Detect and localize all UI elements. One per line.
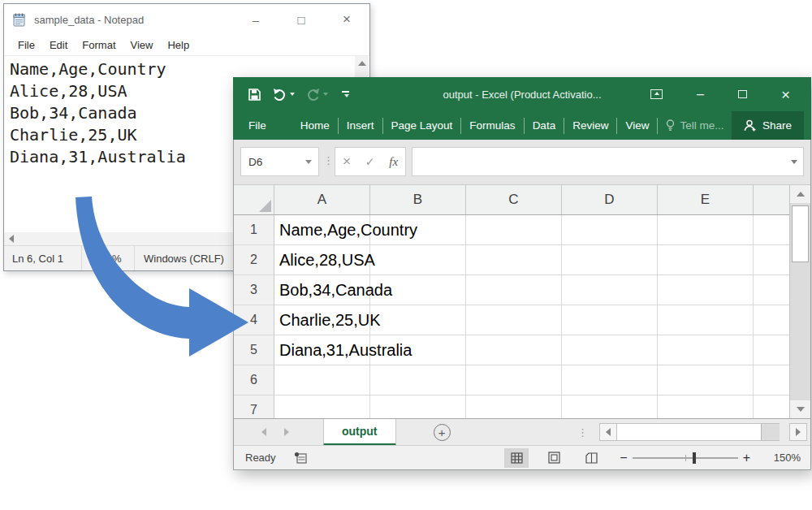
undo-dropdown-icon[interactable]: [290, 93, 295, 96]
horizontal-scroll-thumb[interactable]: [617, 424, 762, 440]
zoom-slider-tick: [685, 455, 686, 461]
zoom-out-button[interactable]: −: [615, 451, 632, 465]
scroll-left-icon[interactable]: [9, 235, 14, 243]
grid-row: 1 Name,Age,Country: [234, 215, 789, 245]
row-cells[interactable]: Charlie,25,UK: [274, 305, 789, 335]
tab-file[interactable]: File: [233, 119, 281, 132]
tab-insert[interactable]: Insert: [339, 119, 382, 132]
status-ready-label: Ready: [245, 452, 276, 464]
row-cells[interactable]: Bob,34,Canada: [274, 275, 789, 305]
statusbar-right-group: − + 150%: [504, 448, 801, 468]
excel-statusbar: Ready: [234, 445, 810, 469]
excel-horizontal-scrollbar[interactable]: [617, 423, 780, 441]
redo-dropdown-icon[interactable]: [323, 93, 328, 96]
expand-formula-bar-icon[interactable]: [791, 160, 797, 164]
excel-vertical-scrollbar[interactable]: [789, 185, 810, 418]
ribbon-display-options-icon[interactable]: [650, 89, 663, 99]
column-header-b[interactable]: B: [370, 185, 466, 214]
formula-buttons: × ✓ fx: [335, 147, 406, 176]
tab-review[interactable]: Review: [564, 119, 616, 132]
grid-row: 4 Charlie,25,UK: [234, 305, 789, 335]
cancel-entry-icon[interactable]: ×: [343, 153, 351, 170]
tab-separator: [657, 118, 658, 134]
grid-row: 3 Bob,34,Canada: [234, 275, 789, 305]
quick-access-toolbar: [233, 88, 349, 102]
column-header-d[interactable]: D: [562, 185, 658, 214]
sheet-tab-bar: output + ⋮: [234, 418, 810, 445]
zoom-slider[interactable]: [633, 457, 738, 459]
zoom-in-button[interactable]: +: [738, 451, 755, 465]
tab-data[interactable]: Data: [525, 119, 564, 132]
name-box[interactable]: D6: [240, 147, 319, 176]
row-cells[interactable]: [274, 365, 789, 395]
formula-bar-divider-dots[interactable]: ⋮: [323, 154, 334, 166]
cell-text: Charlie,25,UK: [279, 311, 381, 330]
worksheet[interactable]: A B C D E 1 Name,Age,Country 2 Alice,28,…: [234, 185, 789, 418]
scroll-right-icon: [796, 428, 801, 436]
notepad-menu-format[interactable]: Format: [75, 39, 123, 51]
notepad-maximize-button[interactable]: □: [279, 4, 324, 35]
tell-me-box[interactable]: Tell me...: [666, 119, 723, 132]
cell-text: Alice,28,USA: [279, 251, 375, 270]
save-button[interactable]: [248, 88, 261, 102]
previous-sheet-icon[interactable]: [261, 428, 266, 436]
notepad-menubar: File Edit Format View Help: [4, 35, 369, 56]
scroll-down-button[interactable]: [790, 400, 810, 418]
vertical-scroll-thumb[interactable]: [792, 205, 809, 262]
grid-row: 6: [234, 365, 789, 395]
column-header-e[interactable]: E: [658, 185, 754, 214]
scroll-up-button[interactable]: [790, 185, 810, 203]
insert-function-icon[interactable]: fx: [389, 155, 398, 169]
excel-minimize-button[interactable]: –: [697, 88, 704, 101]
zoom-slider-thumb[interactable]: [693, 452, 696, 464]
tab-view[interactable]: View: [617, 119, 657, 132]
page-layout-view-button[interactable]: [542, 448, 566, 468]
row-cells[interactable]: Alice,28,USA: [274, 245, 789, 275]
macro-record-icon[interactable]: [294, 452, 307, 464]
sheet-tab-output[interactable]: output: [323, 419, 396, 446]
page-break-preview-button[interactable]: [579, 448, 603, 468]
redo-icon: [306, 88, 320, 101]
scroll-up-icon[interactable]: [358, 61, 366, 66]
scroll-sheet-right-button[interactable]: [789, 423, 807, 441]
column-header-a[interactable]: A: [274, 185, 370, 214]
tab-home[interactable]: Home: [292, 119, 338, 132]
customize-dropdown-icon: [344, 94, 349, 97]
cell-text: Diana,31,Australia: [279, 341, 412, 360]
redo-button[interactable]: [306, 88, 328, 101]
column-header-c[interactable]: C: [466, 185, 562, 214]
name-box-dropdown-icon[interactable]: [305, 160, 312, 164]
tab-page-layout[interactable]: Page Layout: [383, 119, 461, 132]
customize-quick-access-button[interactable]: [341, 91, 349, 97]
scroll-sheet-left-button[interactable]: [599, 423, 617, 441]
row-cells[interactable]: Diana,31,Australia: [274, 335, 789, 365]
notepad-menu-edit[interactable]: Edit: [42, 39, 75, 51]
undo-button[interactable]: [273, 88, 295, 101]
row-header[interactable]: 7: [234, 395, 274, 418]
notepad-minimize-button[interactable]: –: [233, 4, 279, 35]
formula-input[interactable]: [412, 147, 804, 176]
normal-view-button[interactable]: [504, 448, 529, 468]
tab-bar-divider-dots[interactable]: ⋮: [577, 426, 588, 439]
tab-formulas[interactable]: Formulas: [461, 119, 523, 132]
next-sheet-icon[interactable]: [284, 428, 289, 436]
excel-close-button[interactable]: ×: [781, 87, 790, 102]
row-cells[interactable]: Name,Age,Country: [274, 215, 789, 245]
new-sheet-button[interactable]: +: [434, 424, 451, 441]
row-cells[interactable]: [274, 395, 789, 418]
excel-restore-button[interactable]: [738, 90, 747, 98]
notepad-close-button[interactable]: ×: [324, 4, 369, 35]
grid-row: 2 Alice,28,USA: [234, 245, 789, 275]
notepad-menu-view[interactable]: View: [123, 39, 161, 51]
notepad-menu-help[interactable]: Help: [160, 39, 197, 51]
excel-titlebar[interactable]: output - Excel (Product Activatio... – ×: [233, 77, 811, 111]
share-button[interactable]: Share: [732, 111, 804, 140]
notepad-titlebar[interactable]: sample_data - Notepad – □ ×: [4, 4, 369, 35]
notepad-window-title: sample_data - Notepad: [34, 14, 144, 26]
confirm-entry-icon[interactable]: ✓: [365, 155, 375, 168]
zoom-percentage[interactable]: 150%: [765, 452, 801, 464]
notepad-menu-file[interactable]: File: [4, 39, 42, 51]
tell-me-label: Tell me...: [680, 119, 723, 132]
column-header-partial[interactable]: [754, 185, 789, 214]
normal-view-icon: [511, 452, 523, 464]
